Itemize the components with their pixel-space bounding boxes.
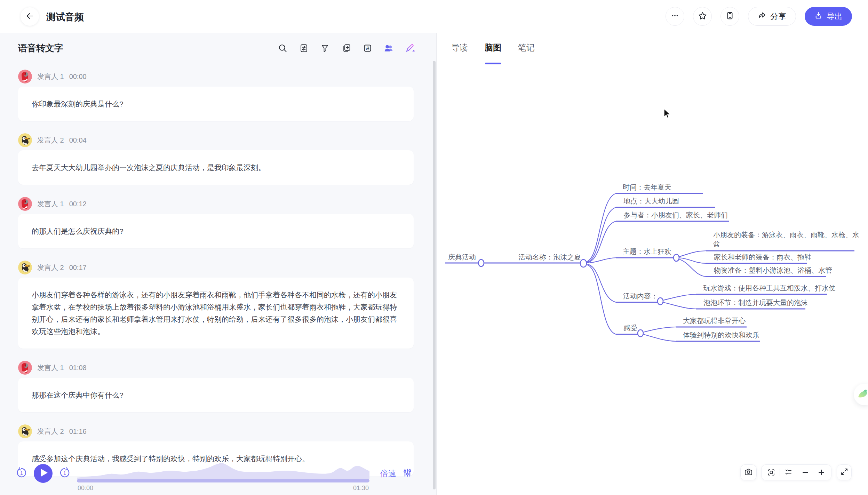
entry-header: 发言人 2 00:04 — [18, 133, 414, 147]
mindmap-leaf-water-games[interactable]: 玩水游戏：使用各种工具互相泼水、打水仗 — [703, 284, 836, 293]
play-button[interactable] — [34, 464, 53, 483]
playback-speed-button[interactable]: 倍速 — [380, 468, 396, 479]
transcript-entry: 发言人 1 00:00 你印象最深刻的庆典是什么? — [18, 70, 414, 121]
waveform-area[interactable]: 00:00 01:30 — [77, 457, 369, 490]
mindmap-leaf-joy[interactable]: 体验到特别的欢快和欢乐 — [683, 330, 759, 340]
tab-naotu[interactable]: 脑图 — [485, 42, 501, 58]
mindmap-l1-node[interactable]: 活动名称：泡沫之夏 — [518, 253, 581, 262]
back-arrow-icon — [25, 11, 34, 22]
mindmap-branch-participants[interactable]: 参与者：小朋友们、家长、老师们 — [623, 210, 728, 220]
current-time: 00:00 — [78, 485, 93, 492]
ai-polish-icon[interactable]: AI — [405, 43, 415, 53]
entry-header: 发言人 2 00:17 — [18, 261, 414, 274]
search-icon[interactable] — [278, 43, 287, 53]
transcript-header: 语音转文字 译 — [0, 33, 436, 54]
zoom-toolbar — [761, 464, 831, 480]
speaker2-avatar — [18, 133, 32, 147]
svg-text:AI: AI — [413, 49, 415, 53]
speaker1-avatar — [18, 361, 32, 375]
screenshot-button[interactable] — [740, 464, 757, 480]
zoom-out-button[interactable] — [798, 465, 813, 480]
mindmap-branch-time[interactable]: 时间：去年夏天 — [623, 183, 671, 192]
mindmap-leaf-bubbles[interactable]: 泡泡环节：制造并玩耍大量的泡沫 — [703, 298, 808, 308]
transcript-toolbar: 译 AI — [278, 43, 415, 53]
svg-text:译: 译 — [365, 46, 369, 51]
mindmap-branch-feelings[interactable]: 感受 — [623, 324, 637, 333]
timestamp: 00:12 — [69, 200, 87, 208]
speaker2-avatar — [18, 424, 32, 438]
back-button[interactable] — [21, 7, 39, 26]
entry-header: 发言人 1 01:08 — [18, 361, 414, 375]
transcript-card[interactable]: 小朋友们穿着各种各样的游泳衣，还有的小朋友穿着雨衣和雨靴，他们手拿着各种各不相同… — [18, 278, 414, 349]
transcript-card[interactable]: 的那人们是怎么庆祝庆典的? — [18, 214, 414, 248]
speaker-name: 发言人 1 — [37, 363, 64, 373]
mindmap-leaf-supplies[interactable]: 物资准备：塑料小游泳池、浴桶、水管 — [714, 266, 832, 275]
transcript-entry: 发言人 2 00:04 去年夏天大大幼儿园举办的一次泡沫之夏的庆典活动，是我印象… — [18, 133, 414, 185]
mindmap-branch-content[interactable]: 活动内容： — [623, 292, 658, 301]
transcript-scrollbar[interactable] — [433, 61, 436, 489]
right-tabs: 导读 脑图 笔记 — [451, 42, 535, 58]
outline-structure-button[interactable] — [781, 465, 796, 480]
transcript-entry: 发言人 1 00:12 的那人们是怎么庆祝庆典的? — [18, 197, 414, 248]
replay-forward-1s-button[interactable]: 1 — [58, 466, 71, 480]
tab-daodu[interactable]: 导读 — [451, 42, 468, 58]
zoom-in-button[interactable] — [814, 465, 829, 480]
ellipsis-icon — [670, 11, 679, 22]
green-bird-icon — [856, 388, 868, 401]
mindmap-leaf-adults-gear[interactable]: 家长和老师的装备：雨衣、拖鞋 — [714, 253, 811, 262]
timestamp: 00:00 — [69, 73, 87, 81]
svg-text:1: 1 — [63, 470, 66, 476]
timestamp: 01:16 — [69, 428, 87, 436]
timestamp: 00:17 — [69, 264, 87, 272]
favorite-button[interactable] — [693, 7, 712, 26]
app-window: 测试音频 分享 — [0, 0, 868, 495]
save-flashcard-button[interactable] — [720, 7, 739, 26]
fullscreen-button[interactable] — [837, 464, 852, 480]
document-title: 测试音频 — [46, 11, 84, 23]
export-button[interactable]: 导出 — [805, 7, 852, 26]
replay-back-1s-button[interactable]: 1 — [15, 466, 28, 480]
audio-player: 1 1 00:00 01:30 倍速 — [15, 457, 413, 490]
transcript-title: 语音转文字 — [18, 42, 63, 54]
transcript-card[interactable]: 那那在这个庆典中你有什么? — [18, 378, 414, 412]
timestamp: 00:04 — [69, 136, 87, 144]
transcript-list: 发言人 1 00:00 你印象最深刻的庆典是什么? 发言人 2 00:04 去年… — [0, 54, 436, 476]
equalizer-settings-icon[interactable] — [402, 468, 413, 479]
document-compare-icon[interactable] — [299, 43, 309, 53]
transcript-entry: 发言人 2 00:17 小朋友们穿着各种各样的游泳衣，还有的小朋友穿着雨衣和雨靴… — [18, 261, 414, 349]
fit-view-button[interactable] — [764, 465, 779, 480]
filter-icon[interactable] — [320, 43, 330, 53]
speaker-name: 发言人 2 — [37, 136, 64, 145]
mindmap-branch-theme[interactable]: 主题：水上狂欢 — [623, 247, 671, 256]
mindmap-leaf-happy[interactable]: 大家都玩得非常开心 — [683, 316, 746, 326]
svg-text:1: 1 — [20, 470, 23, 476]
seek-bar[interactable] — [77, 479, 369, 482]
waveform — [77, 462, 369, 479]
transcript-card[interactable]: 去年夏天大大幼儿园举办的一次泡沫之夏的庆典活动，是我印象最深刻。 — [18, 150, 414, 185]
tab-biji[interactable]: 笔记 — [518, 42, 535, 58]
more-button[interactable] — [666, 7, 684, 26]
camera-icon — [744, 468, 753, 478]
download-icon — [814, 11, 823, 22]
mindmap-root-node[interactable]: 庆典活动 — [448, 253, 476, 262]
mindmap-leaf-kids-gear[interactable]: 小朋友的装备：游泳衣、雨衣、雨靴、水枪、水盆 — [713, 230, 860, 249]
share-button[interactable]: 分享 — [748, 7, 796, 26]
copy-export-icon[interactable] — [341, 43, 351, 53]
speaker1-avatar — [18, 197, 32, 211]
star-icon — [698, 11, 707, 22]
speaker-name: 发言人 2 — [37, 263, 64, 272]
mindmap-branch-place[interactable]: 地点：大大幼儿园 — [623, 197, 679, 206]
top-bar: 测试音频 分享 — [0, 0, 868, 33]
expand-icon — [840, 468, 849, 477]
share-arrow-icon — [758, 11, 766, 22]
share-label: 分享 — [770, 11, 786, 22]
transcript-card[interactable]: 你印象最深刻的庆典是什么? — [18, 87, 414, 121]
toolbar-divider — [797, 469, 797, 476]
speakers-icon[interactable] — [384, 43, 393, 53]
translate-icon[interactable]: 译 — [363, 43, 372, 53]
topbar-actions: 分享 导出 — [666, 7, 852, 26]
entry-header: 发言人 1 00:12 — [18, 197, 414, 211]
save-card-icon — [725, 11, 734, 22]
export-label: 导出 — [827, 11, 843, 22]
entry-header: 发言人 2 01:16 — [18, 424, 414, 438]
